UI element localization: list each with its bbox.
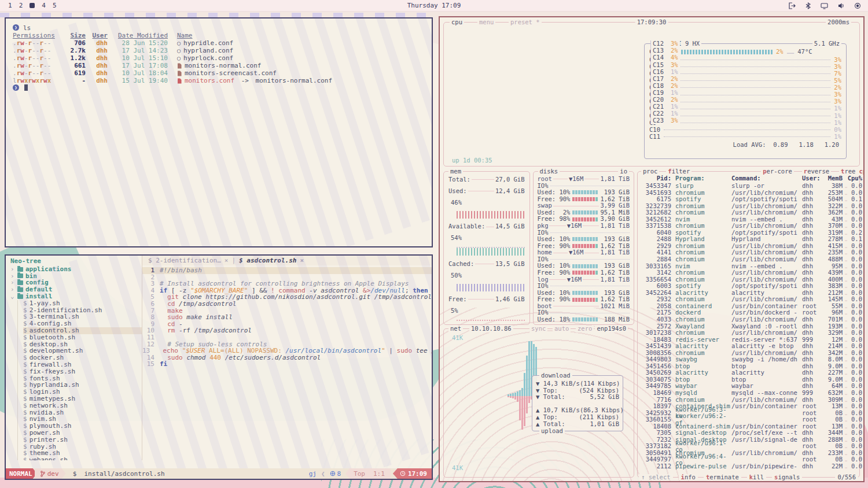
process-row[interactable]: 2058containerd/usr/bin/containerroot55M…… bbox=[641, 303, 857, 310]
disks-box-title[interactable]: disks bbox=[538, 168, 560, 175]
file-row[interactable]: .rw-r--r--661dhh17 Jul 17:08monitors-nor… bbox=[13, 62, 425, 69]
process-row[interactable]: 3449803swaybgswaybg -i /home/dhdhh8.0M……… bbox=[641, 356, 857, 363]
process-row[interactable]: 3356654chromium/usr/lib/chromium/dhh400M… bbox=[641, 276, 857, 283]
proc-action-kill[interactable]: kill bbox=[747, 474, 766, 481]
process-row[interactable]: 18469mysqldmysqld --max-conne999632M………0… bbox=[641, 390, 857, 397]
editor-tab-1[interactable]: $ 2-identification…× bbox=[148, 257, 228, 264]
process-row[interactable]: 7716chromium/usr/lib/chromium/dhh309M………… bbox=[641, 397, 857, 404]
refresh-interval[interactable]: 2000ms bbox=[826, 19, 851, 26]
process-row[interactable]: 3034075btopbtopdhh9.0M………0.0 bbox=[641, 376, 857, 383]
proc-option-cpu[interactable]: cpu lazy bbox=[857, 168, 865, 175]
proc-pid: 18397 bbox=[641, 403, 671, 410]
process-row[interactable]: 18408containerd-shim/usr/bin/containerro… bbox=[641, 423, 857, 430]
process-row[interactable]: 2929chromium/usr/lib/chromium/dhh415M………… bbox=[641, 243, 857, 250]
terminal-window[interactable]: ❯lsPermissionsSizeUserDate ModifiedName.… bbox=[5, 17, 433, 247]
editor-pane[interactable]: $ 2-identification…×|$ asdcontrol.sh× 1#… bbox=[142, 256, 432, 460]
tree-file-1-yay.sh[interactable]: $1-yay.sh bbox=[23, 300, 142, 307]
process-row[interactable]: 3033165nvimnvim --embed .dhh95M………0.0 bbox=[641, 263, 857, 270]
process-row[interactable]: 3451456btopbtopdhh9.0M………0.0 bbox=[641, 363, 857, 370]
btop-window[interactable]: cpu menu preset * 17:09:30 2000ms Ryzen … bbox=[439, 16, 865, 482]
process-row[interactable]: 6040spotify/opt/spotify/spotidhh319M………0… bbox=[641, 230, 857, 236]
col-command[interactable]: Command: bbox=[731, 175, 802, 183]
tree-file-webapps.sh[interactable]: $webapps.sh bbox=[23, 457, 142, 460]
io-toggle[interactable]: io bbox=[618, 168, 629, 175]
net-sync-option[interactable]: sync bbox=[529, 326, 547, 332]
tab-close-icon[interactable]: × bbox=[300, 257, 304, 264]
core-graph bbox=[660, 73, 831, 74]
process-row[interactable]: 6175spotify/opt/spotify/spotidhh504M………0… bbox=[641, 196, 857, 203]
tree-file-asdcontrol.sh[interactable]: $asdcontrol.sh bbox=[23, 327, 142, 334]
file-row[interactable]: lrwxrwxrwx-dhh15 Jul 19:40monitors.conf … bbox=[13, 77, 425, 84]
preset-button[interactable]: preset * bbox=[509, 19, 542, 26]
process-row[interactable]: 3373182kworker/u96:1-coroot0B………0.0 bbox=[641, 443, 857, 450]
process-row[interactable]: 2112pipewire-pulse/usr/bin/pipewire-dhh2… bbox=[641, 463, 857, 470]
net-box-title[interactable]: net bbox=[448, 326, 463, 332]
process-row[interactable]: 3452264alacrittyalacrittydhh212M………0.0 bbox=[641, 290, 857, 297]
cpu-box-title[interactable]: cpu bbox=[450, 19, 464, 26]
code-area[interactable]: 1#!/bin/bash23# Install asdcontrol for c… bbox=[142, 265, 432, 460]
git-branch[interactable]: dev bbox=[35, 468, 66, 479]
process-row[interactable]: 6003spotify/opt/spotify/spotidhh383M………0… bbox=[641, 283, 857, 290]
tree-file-fix-fkeys.sh[interactable]: $fix-fkeys.sh bbox=[23, 368, 142, 375]
process-row[interactable]: 3449797kworker/u96:4-coroot0B………0.0 bbox=[641, 456, 857, 463]
chevron-down-icon[interactable]: ⌄ bbox=[10, 293, 15, 300]
tree-file-firewall.sh[interactable]: $firewall.sh bbox=[23, 361, 142, 368]
file-row[interactable]: .rw-r--r--706dhh28 Jun 15:20○hypridle.co… bbox=[13, 39, 425, 47]
proc-option-per-core[interactable]: per-core bbox=[761, 168, 794, 175]
scrollbar-thumb[interactable] bbox=[863, 183, 865, 188]
process-row[interactable]: 4033chromium/usr/lib/chromium/dhh701M………… bbox=[641, 316, 857, 323]
process-row[interactable]: 3008356chromium/usr/lib/chromium/dhh342M… bbox=[641, 350, 857, 357]
prompt-line[interactable]: ❯ bbox=[13, 84, 425, 91]
process-row[interactable]: 3232739chromium/usr/lib/chromium/dhh322M… bbox=[641, 203, 857, 210]
process-row[interactable]: 2884chromium/usr/lib/chromium/dhh488M………… bbox=[641, 256, 857, 263]
tree-file-mimetypes.sh[interactable]: $mimetypes.sh bbox=[23, 395, 142, 402]
neovim-window[interactable]: Neo-tree ›applications›bin›config›defaul… bbox=[5, 254, 433, 480]
process-row[interactable]: 3212682chromium/usr/lib/chromium/dhh362M… bbox=[641, 209, 857, 216]
process-row[interactable]: 3142chromium/usr/lib/chromium/dhh439M………… bbox=[641, 269, 857, 276]
tree-file-printer.sh[interactable]: $printer.sh bbox=[23, 437, 142, 443]
process-row[interactable]: 18483redis-serverredis-server *:63799912… bbox=[641, 337, 857, 343]
mem-box-title[interactable]: mem bbox=[448, 168, 463, 175]
proc-option-filter[interactable]: filter bbox=[666, 168, 692, 175]
tab-close-icon[interactable]: × bbox=[225, 257, 229, 264]
proc-user: dhh bbox=[802, 269, 822, 276]
process-row[interactable]: 3453347slurpslurp -ordhh38M………0.0 bbox=[641, 183, 857, 190]
tree-file-network.sh[interactable]: $network.sh bbox=[23, 402, 142, 409]
process-row[interactable]: 3371538chromium/usr/lib/chromium/dhh370M… bbox=[641, 223, 857, 230]
process-row[interactable]: 7305signal-desktop/proc/self/exe --tdhh3… bbox=[641, 430, 857, 437]
proc-action-terminate[interactable]: terminate bbox=[704, 474, 741, 481]
process-row[interactable]: 3451693chromium/usr/lib/chromium/dhh253M… bbox=[641, 190, 857, 197]
col-program[interactable]: Program: bbox=[671, 175, 731, 183]
tree-folder-install[interactable]: ⌄install bbox=[10, 293, 142, 300]
process-row[interactable]: 3017238chromium/usr/lib/chromium/dhh329M… bbox=[641, 330, 857, 337]
proc-option-tree[interactable]: tree bbox=[839, 168, 857, 175]
proc-action-signals[interactable]: signals bbox=[772, 474, 802, 481]
tree-file-power.sh[interactable]: $power.sh bbox=[23, 430, 142, 437]
editor-tab-2[interactable]: $ asdcontrol.sh× bbox=[239, 257, 304, 264]
file-row[interactable]: .rw-r--r--1.2kdhh10 Jul 15:10○hyprlock.c… bbox=[13, 54, 425, 62]
chevron-right-icon[interactable]: › bbox=[10, 266, 15, 273]
process-row[interactable]: 2175dockerd/usr/bin/dockerd -root96M………0… bbox=[641, 309, 857, 316]
neotree-panel[interactable]: Neo-tree ›applications›bin›config›defaul… bbox=[6, 256, 142, 460]
tree-folder-applications[interactable]: ›applications bbox=[10, 266, 142, 273]
net-zero-option[interactable]: zero bbox=[576, 326, 594, 332]
file-row[interactable]: .rw-r--r--2.7kdhh17 Jul 14:23○hyprland.c… bbox=[13, 47, 425, 54]
menu-button[interactable]: menu bbox=[477, 19, 495, 26]
process-row[interactable]: 3449785waybarwaybardhh64M………0.0 bbox=[641, 383, 857, 390]
process-row[interactable]: 2488HyprlandHyprlanddhh278M………0.1 bbox=[641, 236, 857, 243]
process-row[interactable]: 2932chromium/usr/lib/chromium/dhh145M………… bbox=[641, 296, 857, 303]
proc-option-reverse[interactable]: reverse bbox=[802, 168, 831, 175]
process-row[interactable]: 3452612nvimnvim --embed .dhh43M………0.0 bbox=[641, 216, 857, 223]
process-row[interactable]: 3450269alacrittyalacrittydhh227M………0.0 bbox=[641, 369, 857, 376]
proc-action-info[interactable]: info bbox=[679, 474, 698, 481]
proc-box-title[interactable]: proc bbox=[641, 168, 659, 175]
sort-arrow-icon[interactable]: ↑ bbox=[862, 175, 865, 183]
prompt-line[interactable]: ❯ls bbox=[13, 24, 425, 32]
process-row[interactable]: 4141chromium/usr/lib/chromium/dhh235M………… bbox=[641, 249, 857, 256]
file-row[interactable]: .rw-r--r--619dhh10 Jul 18:04monitors-scr… bbox=[13, 69, 425, 77]
tree-file-bluetooth.sh[interactable]: $bluetooth.sh bbox=[23, 334, 142, 341]
process-row[interactable]: 2572XwaylandXwayland :0 -rootldhh193M………… bbox=[641, 323, 857, 330]
net-auto-option[interactable]: auto bbox=[553, 326, 571, 332]
process-row[interactable]: 3360155kworker/u96:2-gfroot0B………0.0 bbox=[641, 416, 857, 423]
process-row[interactable]: 3451439alacrittyalacritty -e btopdhh214M… bbox=[641, 343, 857, 350]
